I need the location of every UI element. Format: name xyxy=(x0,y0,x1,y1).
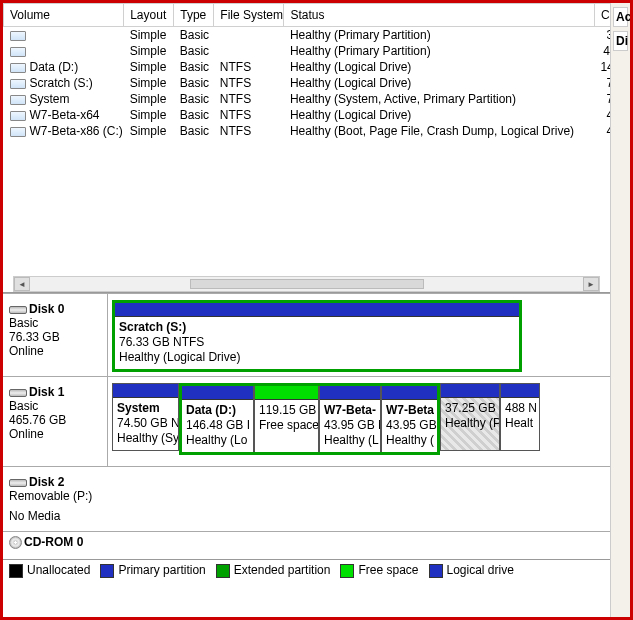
disk-0-partitions: Scratch (S:) 76.33 GB NTFS Healthy (Logi… xyxy=(108,294,610,376)
volume-name: Scratch (S:) xyxy=(30,76,93,90)
volume-layout: Simple xyxy=(124,123,174,139)
swatch-free-icon xyxy=(340,564,354,578)
table-header-row: Volume Layout Type File System Status Ca… xyxy=(4,4,611,27)
volume-name: System xyxy=(30,92,70,106)
partition-name: W7-Beta xyxy=(386,403,433,418)
disk-row-2[interactable]: Disk 2 Removable (P:) No Media xyxy=(3,466,610,531)
partition[interactable]: 488 NHealt xyxy=(500,383,540,451)
volume-type: Basic xyxy=(174,107,214,123)
volume-name: W7-Beta-x86 (C:) xyxy=(30,124,123,138)
partition-name: System xyxy=(117,401,174,416)
volume-fs xyxy=(214,43,284,59)
volume-layout: Simple xyxy=(124,91,174,107)
partition-size: 43.95 GB xyxy=(386,418,433,433)
swatch-logical-icon xyxy=(429,564,443,578)
partition-status: Healthy (P xyxy=(445,416,495,431)
disk-3-label: CD-ROM 0 xyxy=(3,532,108,559)
volume-capacity: 488 M xyxy=(594,43,610,59)
partition[interactable]: System74.50 GB NHealthy (Sy xyxy=(112,383,179,451)
volume-icon xyxy=(10,95,26,105)
legend-extended: Extended partition xyxy=(234,563,331,577)
partition-scratch[interactable]: Scratch (S:) 76.33 GB NTFS Healthy (Logi… xyxy=(115,317,519,369)
col-header-type[interactable]: Type xyxy=(174,4,214,27)
swatch-extended-icon xyxy=(216,564,230,578)
volume-status: Healthy (Logical Drive) xyxy=(284,107,594,123)
table-row[interactable]: Scratch (S:)SimpleBasicNTFSHealthy (Logi… xyxy=(4,75,611,91)
partition-status: Healthy (L xyxy=(324,433,376,448)
col-header-fs[interactable]: File System xyxy=(214,4,284,27)
col-header-status[interactable]: Status xyxy=(284,4,594,27)
volume-fs: NTFS xyxy=(214,123,284,139)
col-header-layout[interactable]: Layout xyxy=(124,4,174,27)
disk-1-type: Basic xyxy=(9,399,101,413)
disk-layout-pane: Disk 0 Basic 76.33 GB Online Scratch (S:… xyxy=(3,293,610,581)
legend: Unallocated Primary partition Extended p… xyxy=(3,559,610,581)
table-row[interactable]: SimpleBasicHealthy (Primary Partition)37… xyxy=(4,27,611,44)
scroll-left-arrow-icon[interactable]: ◄ xyxy=(14,277,30,291)
partition-name: Data (D:) xyxy=(186,403,249,418)
col-header-volume[interactable]: Volume xyxy=(4,4,124,27)
partition[interactable]: W7-Beta43.95 GBHealthy ( xyxy=(381,386,437,452)
volume-fs: NTFS xyxy=(214,75,284,91)
side-tab-actions[interactable]: Ac xyxy=(613,7,628,27)
disk-1-partitions: System74.50 GB NHealthy (SyData (D:)146.… xyxy=(108,377,610,466)
partition[interactable]: W7-Beta-43.95 GB NHealthy (L xyxy=(319,386,381,452)
partition-size: 37.25 GB xyxy=(445,401,495,416)
disk-2-state: No Media xyxy=(9,509,102,523)
volume-capacity: 43.95 xyxy=(594,107,610,123)
volume-type: Basic xyxy=(174,75,214,91)
disk-row-3[interactable]: CD-ROM 0 xyxy=(3,531,610,559)
volume-icon xyxy=(10,31,26,41)
disk-row-1[interactable]: Disk 1 Basic 465.76 GB Online System74.5… xyxy=(3,376,610,466)
side-tab-disk[interactable]: Di xyxy=(613,31,628,51)
partition-size: 74.50 GB N xyxy=(117,416,174,431)
volume-fs: NTFS xyxy=(214,91,284,107)
col-header-capacity[interactable]: Capacity xyxy=(594,4,610,27)
disk-1-size: 465.76 GB xyxy=(9,413,101,427)
disk-3-title: CD-ROM 0 xyxy=(24,535,83,549)
partition-name: W7-Beta- xyxy=(324,403,376,418)
horizontal-scrollbar[interactable]: ◄ ► xyxy=(13,276,600,292)
disk-row-0[interactable]: Disk 0 Basic 76.33 GB Online Scratch (S:… xyxy=(3,293,610,376)
table-row[interactable]: SystemSimpleBasicNTFSHealthy (System, Ac… xyxy=(4,91,611,107)
partition-status: Healthy (Sy xyxy=(117,431,174,446)
volume-layout: Simple xyxy=(124,27,174,44)
disk-0-label: Disk 0 Basic 76.33 GB Online xyxy=(3,294,108,376)
disk-1-title: Disk 1 xyxy=(29,385,64,399)
table-row[interactable]: Data (D:)SimpleBasicNTFSHealthy (Logical… xyxy=(4,59,611,75)
volume-layout: Simple xyxy=(124,43,174,59)
volume-status: Healthy (Logical Drive) xyxy=(284,59,594,75)
disk-icon xyxy=(9,389,27,397)
disk-2-label: Disk 2 Removable (P:) No Media xyxy=(3,467,108,531)
disk-0-size: 76.33 GB xyxy=(9,330,101,344)
partition-status: Healthy (Lo xyxy=(186,433,249,448)
cdrom-icon xyxy=(9,536,22,549)
swatch-unallocated-icon xyxy=(9,564,23,578)
table-row[interactable]: W7-Beta-x86 (C:)SimpleBasicNTFSHealthy (… xyxy=(4,123,611,139)
scroll-thumb[interactable] xyxy=(190,279,424,289)
legend-free: Free space xyxy=(358,563,418,577)
partition-stripe xyxy=(113,384,178,398)
partition-size: 488 N xyxy=(505,401,535,416)
side-tab-strip: Ac Di xyxy=(610,3,630,617)
volume-type: Basic xyxy=(174,123,214,139)
volume-capacity: 74.50 xyxy=(594,91,610,107)
partition-size: 146.48 GB I xyxy=(186,418,249,433)
table-row[interactable]: SimpleBasicHealthy (Primary Partition)48… xyxy=(4,43,611,59)
volume-icon xyxy=(10,47,26,57)
volume-capacity: 37.25 xyxy=(594,27,610,44)
scroll-right-arrow-icon[interactable]: ► xyxy=(583,277,599,291)
disk-1-state: Online xyxy=(9,427,101,441)
volume-fs: NTFS xyxy=(214,59,284,75)
partition[interactable]: 119.15 GBFree space xyxy=(254,386,319,452)
partition-stripe xyxy=(501,384,539,398)
partition-stripe xyxy=(115,303,519,317)
partition[interactable]: 37.25 GBHealthy (P xyxy=(440,383,500,451)
table-row[interactable]: W7-Beta-x64SimpleBasicNTFSHealthy (Logic… xyxy=(4,107,611,123)
partition-stripe xyxy=(441,384,499,398)
disk-2-partitions xyxy=(108,467,610,531)
volume-icon xyxy=(10,111,26,121)
volume-capacity: 76.33 xyxy=(594,75,610,91)
disk-0-state: Online xyxy=(9,344,101,358)
partition[interactable]: Data (D:)146.48 GB IHealthy (Lo xyxy=(182,386,254,452)
